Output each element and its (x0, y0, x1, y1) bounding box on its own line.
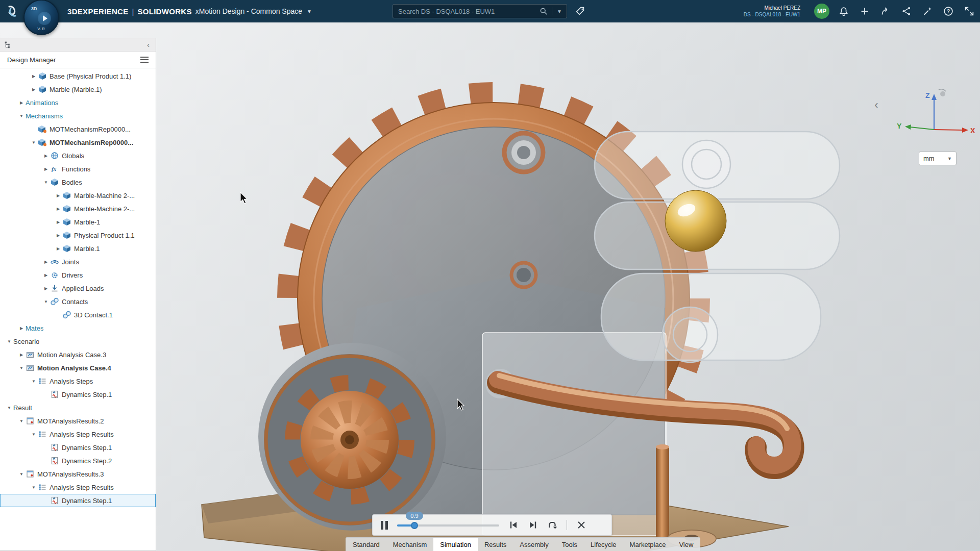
tree-item-motion-analysis-case-3[interactable]: ▶Motion Analysis Case.3 (0, 348, 156, 361)
tree-item-dynamics-step-1[interactable]: Dynamics Step.1 (0, 494, 156, 507)
expand-arrow-icon[interactable]: ▶ (42, 260, 50, 264)
tree-item-marble-machine-2[interactable]: ▶Marble-Machine 2-... (0, 189, 156, 202)
expand-arrow-icon[interactable]: ▶ (54, 193, 62, 198)
expand-arrow-icon[interactable]: ▶ (17, 101, 26, 105)
tree-item-mechanisms[interactable]: ▼Mechanisms (0, 109, 156, 122)
expand-arrow-icon[interactable]: ▶ (54, 246, 62, 251)
expand-arrow-icon[interactable]: ▶ (54, 220, 62, 224)
small-gear[interactable] (264, 354, 435, 525)
avatar[interactable]: MP (814, 4, 829, 19)
collapse-arrow-icon[interactable]: ▼ (30, 485, 38, 490)
tree-item-3d-contact-1[interactable]: 3D Contact.1 (0, 308, 156, 321)
tree-item-globals[interactable]: ▶Globals (0, 149, 156, 162)
tree-item-dynamics-step-1[interactable]: Dynamics Step.1 (0, 388, 156, 401)
units-dropdown[interactable]: mm ▼ (919, 152, 957, 165)
tree-item-marble-1[interactable]: ▶Marble-1 (0, 215, 156, 229)
collaboration-button[interactable] (900, 5, 913, 18)
tree-item-contacts[interactable]: ▼Contacts (0, 295, 156, 308)
orientation-triad[interactable]: Z X Y (896, 83, 977, 144)
expand-arrow-icon[interactable]: ▶ (42, 167, 50, 171)
collapse-arrow-icon[interactable]: ▼ (17, 472, 26, 477)
tab-results[interactable]: Results (478, 538, 513, 551)
panel-collapse-chevron[interactable]: ‹ (870, 98, 883, 112)
tree-item-analysis-steps[interactable]: ▼Analysis Steps (0, 374, 156, 388)
tree-item-motmechanismrep0000[interactable]: MOTMechanismRep0000... (0, 122, 156, 136)
tree-item-base-physical-product-1-1[interactable]: ▶Base (Physical Product 1.1) (0, 69, 156, 83)
tab-mechanism[interactable]: Mechanism (386, 538, 433, 551)
tree-item-mates[interactable]: ▶Mates (0, 321, 156, 335)
tree-item-joints[interactable]: ▶Joints (0, 255, 156, 268)
timeline-slider[interactable]: 0.9 (397, 520, 499, 530)
collapse-arrow-icon[interactable]: ▼ (5, 339, 13, 344)
expand-arrow-icon[interactable]: ▶ (54, 233, 62, 238)
tree-item-dynamics-step-2[interactable]: Dynamics Step.2 (0, 454, 156, 467)
expand-arrow-icon[interactable]: ▶ (42, 154, 50, 158)
collapse-arrow-icon[interactable]: ▼ (30, 140, 38, 145)
tab-standard[interactable]: Standard (346, 538, 386, 551)
3ds-logo-icon[interactable] (5, 4, 20, 19)
compass-play-icon[interactable] (38, 12, 51, 25)
tree-item-functions[interactable]: ▶Functions (0, 162, 156, 176)
tab-simulation[interactable]: Simulation (433, 538, 478, 551)
marble-ball[interactable] (665, 190, 726, 252)
expand-arrow-icon[interactable]: ▶ (17, 326, 26, 331)
chevron-down-icon[interactable]: ▼ (555, 9, 564, 14)
tree-item-dynamics-step-1[interactable]: Dynamics Step.1 (0, 441, 156, 454)
tab-assembly[interactable]: Assembly (513, 538, 555, 551)
tree-item-marble-machine-2[interactable]: ▶Marble-Machine 2-... (0, 202, 156, 215)
expand-arrow-icon[interactable]: ▶ (54, 207, 62, 211)
tree-item-motion-analysis-case-4[interactable]: ▼Motion Analysis Case.4 (0, 361, 156, 374)
search-bar[interactable]: ▼ (393, 4, 567, 18)
add-content-button[interactable] (858, 5, 871, 18)
collapse-arrow-icon[interactable]: ▼ (17, 366, 26, 370)
chevron-down-icon[interactable]: ▼ (307, 9, 312, 14)
collapse-arrow-icon[interactable]: ▼ (42, 180, 50, 185)
expand-arrow-icon[interactable]: ▶ (30, 87, 38, 92)
tab-lifecycle[interactable]: Lifecycle (584, 538, 623, 551)
slider-handle[interactable] (411, 522, 418, 529)
tree-item-motmechanismrep0000[interactable]: ▼MOTMechanismRep0000... (0, 136, 156, 149)
tree-item-marble-1[interactable]: ▶Marble.1 (0, 242, 156, 255)
tree-item-drivers[interactable]: ▶Drivers (0, 268, 156, 282)
fullscreen-button[interactable] (963, 5, 976, 18)
collapse-arrow-icon[interactable]: ▼ (42, 299, 50, 304)
step-forward-button[interactable] (528, 520, 538, 530)
search-icon[interactable] (538, 6, 549, 16)
tree-item-motanalysisresults-3[interactable]: ▼MOTAnalysisResults.3 (0, 467, 156, 481)
expand-arrow-icon[interactable]: ▶ (42, 273, 50, 278)
collapse-arrow-icon[interactable]: ▼ (17, 419, 26, 423)
tree-item-analysis-step-results[interactable]: ▼Analysis Step Results (0, 481, 156, 494)
collapse-arrow-icon[interactable]: ▼ (5, 406, 13, 410)
tab-view[interactable]: View (672, 538, 700, 551)
workspace-label[interactable]: xMotion Design - Common Space (195, 7, 302, 15)
tree-item-animations[interactable]: ▶Animations (0, 96, 156, 109)
panel-collapse-icon[interactable]: ‹ (145, 41, 152, 48)
tree-item-motanalysisresults-2[interactable]: ▼MOTAnalysisResults.2 (0, 414, 156, 428)
tree-item-bodies[interactable]: ▼Bodies (0, 176, 156, 189)
tree-item-scenario[interactable]: ▼Scenario (0, 335, 156, 348)
expand-arrow-icon[interactable]: ▶ (17, 353, 26, 357)
loop-button[interactable] (547, 520, 557, 530)
tree-item-result[interactable]: ▼Result (0, 401, 156, 414)
tree-view-icon[interactable] (4, 41, 12, 48)
assistant-button[interactable] (921, 5, 934, 18)
tree-item-applied-loads[interactable]: ▶Applied Loads (0, 282, 156, 295)
panel-menu-icon[interactable] (140, 59, 149, 60)
share-button[interactable] (879, 5, 892, 18)
search-input[interactable] (398, 8, 538, 15)
help-button[interactable] (942, 5, 955, 18)
collapse-arrow-icon[interactable]: ▼ (17, 114, 26, 118)
tab-tools[interactable]: Tools (555, 538, 584, 551)
pause-button[interactable] (381, 521, 388, 530)
expand-arrow-icon[interactable]: ▶ (30, 74, 38, 79)
tree-item-physical-product-1-1[interactable]: ▶Physical Product 1.1 (0, 229, 156, 242)
collapse-arrow-icon[interactable]: ▼ (30, 432, 38, 437)
notifications-button[interactable] (837, 5, 850, 18)
tree-item-marble-marble-1[interactable]: ▶Marble (Marble.1) (0, 83, 156, 96)
tag-button[interactable] (574, 5, 587, 18)
3dexperience-compass[interactable]: 3D V.R (23, 0, 59, 35)
tab-marketplace[interactable]: Marketplace (623, 538, 673, 551)
step-back-button[interactable] (508, 520, 519, 530)
collapse-arrow-icon[interactable]: ▼ (30, 379, 38, 384)
close-playback-button[interactable] (576, 520, 586, 530)
